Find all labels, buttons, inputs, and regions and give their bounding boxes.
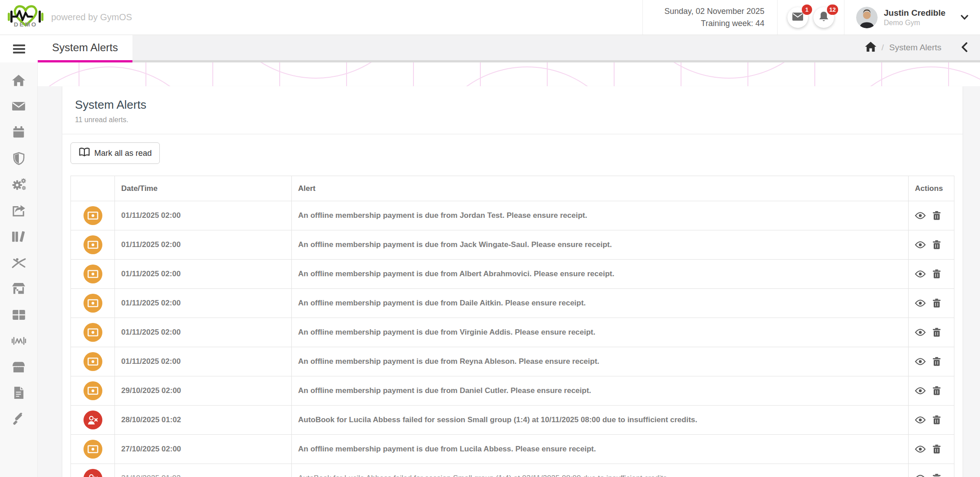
shield-icon <box>13 152 25 165</box>
card-header: System Alerts 11 unread alerts. <box>62 86 962 134</box>
alert-row: 01/11/2025 02:00 An offline membership p… <box>71 289 954 318</box>
column-datetime: Date/Time <box>115 176 292 201</box>
alert-datetime: 27/10/2025 02:00 <box>115 435 292 464</box>
sidebar-item-workouts[interactable] <box>11 334 26 348</box>
alert-type-icon <box>83 294 102 313</box>
training-week: Training week: 44 <box>664 18 765 30</box>
unread-count: 11 unread alerts. <box>75 116 950 124</box>
messages-badge: 1 <box>802 4 812 15</box>
eye-icon <box>915 446 926 453</box>
view-alert-button[interactable] <box>915 358 926 365</box>
delete-alert-button[interactable] <box>932 298 941 308</box>
sidebar-item-admin[interactable] <box>11 151 26 165</box>
trash-icon <box>932 211 941 221</box>
trash-icon <box>932 240 941 250</box>
header-right: Sunday, 02 November 2025 Training week: … <box>642 0 980 35</box>
home-breadcrumb-icon[interactable] <box>865 42 876 54</box>
user-menu[interactable]: Justin Credible Demo Gym <box>844 0 980 35</box>
view-alert-button[interactable] <box>915 270 926 278</box>
trash-icon <box>932 327 941 337</box>
delete-alert-button[interactable] <box>932 415 941 425</box>
alert-text: An offline membership payment is due fro… <box>292 230 909 260</box>
eye-icon <box>915 212 926 219</box>
brand: DEMO powered by GymOS <box>0 3 132 32</box>
sidebar-item-storefront[interactable] <box>11 282 26 296</box>
date-training-week: Sunday, 02 November 2025 Training week: … <box>642 0 777 35</box>
alerts-tbody: 01/11/2025 02:00 An offline membership p… <box>71 201 954 477</box>
delete-alert-button[interactable] <box>932 444 941 454</box>
alert-datetime: 28/10/2025 01:02 <box>115 406 292 435</box>
notifications: 1 12 <box>777 0 844 35</box>
alert-text: An offline membership payment is due fro… <box>292 318 909 347</box>
sidebar-item-messages[interactable] <box>11 99 26 113</box>
alert-row: 01/11/2025 02:00 An offline membership p… <box>71 347 954 376</box>
view-alert-button[interactable] <box>915 475 926 477</box>
sidebar-item-tools[interactable] <box>11 412 26 426</box>
tab-system-alerts[interactable]: System Alerts <box>38 35 132 62</box>
grid-icon <box>12 309 26 320</box>
eye-icon <box>915 387 926 394</box>
alert-datetime: 01/11/2025 02:00 <box>115 289 292 318</box>
alert-datetime: 01/11/2025 02:00 <box>115 347 292 376</box>
alert-type-icon <box>83 381 102 400</box>
view-alert-button[interactable] <box>915 212 926 219</box>
money-bill-icon <box>88 212 98 220</box>
alert-row: 01/11/2025 02:00 An offline membership p… <box>71 260 954 289</box>
book-open-icon <box>79 147 90 159</box>
messages-button[interactable]: 1 <box>787 7 808 28</box>
alerts-button[interactable]: 12 <box>813 7 834 28</box>
alert-text: An offline membership payment is due fro… <box>292 376 909 406</box>
sidebar-item-activity[interactable] <box>11 256 26 269</box>
breadcrumb: / System Alerts <box>865 42 941 54</box>
alert-row: 27/10/2025 02:00 An offline membership p… <box>71 435 954 464</box>
alert-type-icon <box>83 206 102 225</box>
powered-by-label: powered by GymOS <box>51 12 132 22</box>
delete-alert-button[interactable] <box>932 211 941 221</box>
alert-datetime: 01/11/2025 02:00 <box>115 260 292 289</box>
sidebar-item-shop[interactable] <box>11 360 26 374</box>
sidebar-nav <box>0 62 38 477</box>
sidebar-item-home[interactable] <box>11 73 26 87</box>
alert-text: An offline membership payment is due fro… <box>292 201 909 230</box>
sidebar-toggle-button[interactable] <box>0 35 38 62</box>
sidebar-item-export[interactable] <box>11 203 26 217</box>
view-alert-button[interactable] <box>915 241 926 248</box>
delete-alert-button[interactable] <box>932 327 941 337</box>
avatar <box>856 7 878 28</box>
runner-icon <box>12 257 26 268</box>
view-alert-button[interactable] <box>915 300 926 307</box>
sidebar-item-tables[interactable] <box>11 308 26 322</box>
trash-icon <box>932 444 941 454</box>
content-area: System Alerts 11 unread alerts. Mark all… <box>38 62 980 477</box>
user-x-icon <box>87 415 98 425</box>
chevron-left-icon <box>961 42 967 53</box>
top-header: DEMO powered by GymOS Sunday, 02 Novembe… <box>0 0 980 35</box>
breadcrumb-separator: / <box>882 43 884 53</box>
envelope-icon <box>792 13 803 22</box>
delete-alert-button[interactable] <box>932 473 941 477</box>
eye-icon <box>915 241 926 248</box>
eye-icon <box>915 416 926 424</box>
view-alert-button[interactable] <box>915 329 926 336</box>
money-bill-icon <box>88 445 98 453</box>
sidebar-item-library[interactable] <box>11 230 26 243</box>
view-alert-button[interactable] <box>915 387 926 394</box>
view-alert-button[interactable] <box>915 446 926 453</box>
delete-alert-button[interactable] <box>932 269 941 279</box>
alert-type-icon <box>83 440 102 459</box>
alert-row: 28/10/2025 01:02 AutoBook for Lucila Abb… <box>71 406 954 435</box>
sidebar-item-settings[interactable] <box>11 177 26 191</box>
delete-alert-button[interactable] <box>932 357 941 367</box>
delete-alert-button[interactable] <box>932 240 941 250</box>
tab-label: System Alerts <box>52 41 118 54</box>
alert-type-icon <box>83 411 102 429</box>
mark-all-read-button[interactable]: Mark all as read <box>70 142 160 164</box>
alert-text: An offline membership payment is due fro… <box>292 289 909 318</box>
sidebar-item-calendar[interactable] <box>11 125 26 139</box>
user-x-icon <box>87 474 98 477</box>
view-alert-button[interactable] <box>915 416 926 424</box>
gymos-heart-logo-icon: DEMO <box>7 3 44 32</box>
collapse-panel-button[interactable] <box>961 42 967 53</box>
sidebar-item-documents[interactable] <box>11 386 26 400</box>
delete-alert-button[interactable] <box>932 386 941 396</box>
